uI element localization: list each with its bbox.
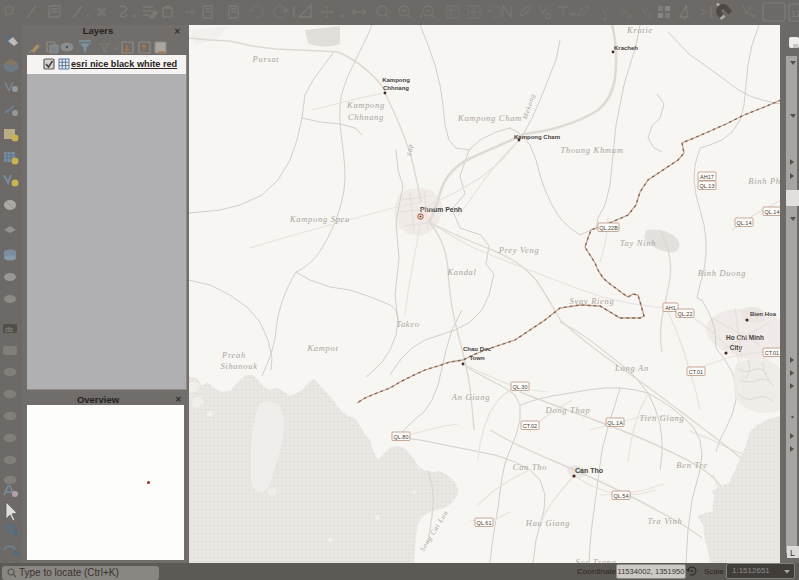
svg-text:Tay Ninh: Tay Ninh <box>620 238 656 248</box>
svg-text:Takeo: Takeo <box>396 319 420 329</box>
svg-text:Sap: Sap <box>405 143 414 156</box>
svg-text:Long An: Long An <box>614 363 649 373</box>
svg-text:Kracheh: Kracheh <box>614 45 638 51</box>
svg-text:QL.22: QL.22 <box>678 311 693 317</box>
svg-text:Chhnang: Chhnang <box>348 112 384 122</box>
svg-text:Binh Phu: Binh Phu <box>748 176 781 186</box>
svg-text:CT.02: CT.02 <box>523 423 537 429</box>
svg-text:Thoung Khmum: Thoung Khmum <box>561 145 624 155</box>
svg-text:Can Tho: Can Tho <box>513 462 547 472</box>
svg-text:QL.61: QL.61 <box>477 520 492 526</box>
svg-text:An Giang: An Giang <box>451 392 490 402</box>
svg-text:Kratie: Kratie <box>626 25 653 35</box>
svg-text:AH17: AH17 <box>700 174 714 180</box>
svg-text:Preah: Preah <box>221 350 246 360</box>
svg-text:CT.01: CT.01 <box>765 350 779 356</box>
svg-text:Chau Doc: Chau Doc <box>463 346 492 352</box>
svg-text:Pursat: Pursat <box>252 54 280 64</box>
svg-text:Chhnang: Chhnang <box>383 85 409 91</box>
svg-text:Kampot: Kampot <box>306 343 338 353</box>
svg-text:L: L <box>790 548 795 558</box>
svg-text:AH1: AH1 <box>665 305 676 311</box>
svg-text:Can Tho: Can Tho <box>575 467 603 474</box>
svg-text:Tien Giang: Tien Giang <box>639 413 684 423</box>
svg-text:Ho Chi Minh: Ho Chi Minh <box>726 334 764 341</box>
svg-text:Kampong: Kampong <box>382 77 410 83</box>
svg-text:F: F <box>753 14 757 20</box>
svg-text:Binh Duong: Binh Duong <box>698 268 746 278</box>
svg-text:CT.01: CT.01 <box>689 369 703 375</box>
svg-text:Kampong Speu: Kampong Speu <box>289 214 350 224</box>
svg-text:Svay Rieng: Svay Rieng <box>570 296 615 306</box>
svg-text:Kandal: Kandal <box>446 267 476 277</box>
svg-text:Town: Town <box>469 355 485 361</box>
svg-text:Dong Thap: Dong Thap <box>545 405 591 415</box>
svg-text:QL.30: QL.30 <box>513 384 528 390</box>
svg-text:Tra Vinh: Tra Vinh <box>648 516 683 526</box>
svg-text:QL.54: QL.54 <box>614 493 629 499</box>
svg-text:Kampong Cham: Kampong Cham <box>514 134 560 140</box>
svg-text:Kampong: Kampong <box>346 100 385 110</box>
svg-text:Hau Giang: Hau Giang <box>525 518 570 528</box>
svg-text:QL.14: QL.14 <box>765 209 780 215</box>
svg-text:QL.80: QL.80 <box>394 434 409 440</box>
svg-text:Sihanouk: Sihanouk <box>220 361 257 371</box>
svg-text:QL.22B: QL.22B <box>599 225 618 231</box>
svg-text:12: 12 <box>791 8 799 19</box>
svg-text:db: db <box>5 326 13 333</box>
svg-text:QL.1A: QL.1A <box>607 420 623 426</box>
svg-text:QL.14: QL.14 <box>737 220 752 226</box>
svg-text:Kampong Cham: Kampong Cham <box>457 113 522 123</box>
svg-text:Prey Veng: Prey Veng <box>498 245 540 255</box>
svg-text:Bien Hoa: Bien Hoa <box>750 311 777 317</box>
svg-text:QL.13: QL.13 <box>700 183 715 189</box>
svg-text:Ben Tre: Ben Tre <box>676 460 707 470</box>
